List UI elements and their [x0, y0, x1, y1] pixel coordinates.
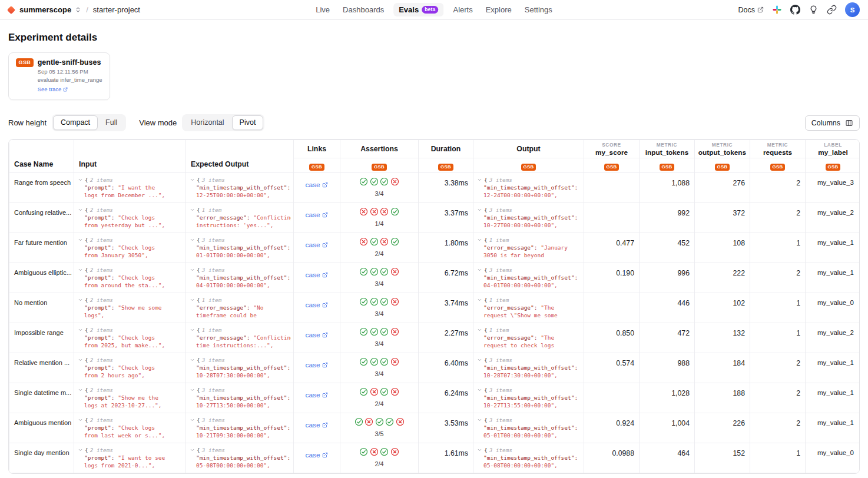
json-brace: {: [197, 356, 200, 364]
row-height-option-full[interactable]: Full: [98, 115, 125, 130]
table-row[interactable]: Single datetime m...{2 items"prompt": "S…: [9, 383, 860, 413]
expand-chevron-icon[interactable]: [78, 327, 83, 333]
column-header-duration[interactable]: Duration: [419, 140, 473, 158]
expand-chevron-icon[interactable]: [78, 237, 83, 243]
case-trace-link[interactable]: case: [306, 451, 329, 459]
column-header-expected-output[interactable]: Expected Output: [186, 140, 294, 173]
expand-chevron-icon[interactable]: [190, 387, 195, 393]
case-link-label: case: [306, 421, 320, 429]
case-trace-link[interactable]: case: [306, 241, 329, 249]
nav-item-label: Live: [316, 5, 330, 14]
column-name-label: input_tokens: [642, 148, 692, 157]
json-preview-header: {1 item: [190, 296, 291, 304]
expand-chevron-icon[interactable]: [78, 207, 83, 213]
expand-chevron-icon[interactable]: [190, 327, 195, 333]
user-avatar[interactable]: S: [845, 2, 860, 17]
case-trace-link[interactable]: case: [306, 211, 329, 219]
expand-chevron-icon[interactable]: [477, 177, 482, 182]
expand-chevron-icon[interactable]: [78, 267, 83, 273]
expand-chevron-icon[interactable]: [477, 417, 482, 423]
org-switcher-icon[interactable]: [75, 6, 81, 13]
column-header-my-score[interactable]: SCOREmy_score: [584, 140, 640, 158]
label-cell: my_value_1: [806, 413, 860, 443]
table-row[interactable]: No mention{2 items"prompt": "Show me som…: [9, 293, 860, 323]
link-icon[interactable]: [827, 5, 837, 15]
view-mode-option-horizontal[interactable]: Horizontal: [183, 115, 231, 130]
expand-chevron-icon[interactable]: [190, 447, 195, 453]
expand-chevron-icon[interactable]: [78, 357, 83, 363]
table-row[interactable]: Range from speech{2 items"prompt": "I wa…: [9, 173, 860, 203]
case-trace-link[interactable]: case: [306, 181, 329, 189]
column-header-case-name[interactable]: Case Name: [9, 140, 74, 173]
expand-chevron-icon[interactable]: [477, 267, 482, 273]
expand-chevron-icon[interactable]: [78, 447, 83, 453]
column-header-output-tokens[interactable]: METRICoutput_tokens: [695, 140, 750, 158]
expand-chevron-icon[interactable]: [190, 297, 195, 303]
column-header-input-tokens[interactable]: METRICinput_tokens: [640, 140, 695, 158]
nav-item-live[interactable]: Live: [312, 3, 333, 16]
expand-chevron-icon[interactable]: [477, 447, 482, 453]
columns-button[interactable]: Columns: [805, 115, 860, 131]
expand-chevron-icon[interactable]: [477, 387, 482, 393]
nav-item-alerts[interactable]: Alerts: [449, 3, 476, 16]
slack-icon[interactable]: [772, 5, 782, 15]
case-trace-link[interactable]: case: [306, 391, 329, 399]
expand-chevron-icon[interactable]: [477, 297, 482, 303]
case-trace-link[interactable]: case: [306, 301, 329, 309]
json-items-count: 3 items: [489, 387, 512, 393]
experiment-column-badge: GSB: [438, 164, 453, 171]
column-header-assertions[interactable]: Assertions: [340, 140, 419, 158]
json-items-count: 3 items: [202, 357, 225, 363]
view-mode-option-pivot[interactable]: Pivot: [232, 115, 264, 130]
expand-chevron-icon[interactable]: [78, 297, 83, 303]
column-header-requests[interactable]: METRICrequests: [750, 140, 806, 158]
expand-chevron-icon[interactable]: [190, 177, 195, 182]
case-trace-link[interactable]: case: [306, 421, 329, 429]
expand-chevron-icon[interactable]: [190, 267, 195, 273]
table-row[interactable]: Relative mention ...{2 items"prompt": "C…: [9, 353, 860, 383]
expand-chevron-icon[interactable]: [190, 237, 195, 243]
nav-item-evals[interactable]: Evalsbeta: [393, 3, 443, 16]
expand-chevron-icon[interactable]: [477, 207, 482, 213]
nav-item-explore[interactable]: Explore: [482, 3, 515, 16]
project-name[interactable]: starter-project: [93, 5, 140, 14]
nav-item-settings[interactable]: Settings: [521, 3, 556, 16]
case-trace-link[interactable]: case: [306, 271, 329, 279]
table-row[interactable]: Single day mention{2 items"prompt": "I w…: [9, 443, 860, 473]
experiment-column-badge: GSB: [770, 164, 786, 171]
table-row[interactable]: Ambiguous elliptic...{2 items"prompt": "…: [9, 263, 860, 293]
expand-chevron-icon[interactable]: [190, 357, 195, 363]
expand-chevron-icon[interactable]: [78, 387, 83, 393]
column-header-my-label[interactable]: LABELmy_label: [806, 140, 860, 158]
experiment-badge-cell: GSB: [584, 158, 640, 173]
see-trace-link[interactable]: See trace: [38, 86, 68, 92]
column-header-links[interactable]: Links: [294, 140, 340, 158]
experiment-badge: GSB: [16, 58, 34, 67]
org-name[interactable]: summerscope: [19, 5, 71, 14]
docs-link[interactable]: Docs: [738, 6, 764, 14]
expand-chevron-icon[interactable]: [78, 417, 83, 423]
experiment-card[interactable]: GSB gentle-sniff-buses Sep 05 12:11:56 P…: [8, 52, 110, 100]
expand-chevron-icon[interactable]: [477, 327, 482, 333]
lightbulb-icon[interactable]: [809, 5, 819, 15]
row-height-label: Row height: [8, 118, 47, 127]
assertions-cell: 1/4: [340, 203, 419, 233]
requests-cell: 1: [750, 323, 806, 353]
case-trace-link[interactable]: case: [306, 361, 329, 369]
row-height-option-compact[interactable]: Compact: [53, 115, 98, 130]
table-row[interactable]: Far future mention{2 items"prompt": "Che…: [9, 233, 860, 263]
experiment-column-badge: GSB: [521, 164, 536, 171]
github-icon[interactable]: [790, 5, 800, 15]
expand-chevron-icon[interactable]: [78, 177, 83, 182]
expand-chevron-icon[interactable]: [190, 207, 195, 213]
column-header-input[interactable]: Input: [74, 140, 186, 173]
table-row[interactable]: Impossible range{2 items"prompt": "Check…: [9, 323, 860, 353]
case-trace-link[interactable]: case: [306, 331, 329, 339]
expand-chevron-icon[interactable]: [190, 417, 195, 423]
expand-chevron-icon[interactable]: [477, 357, 482, 363]
nav-item-dashboards[interactable]: Dashboards: [339, 3, 387, 16]
column-header-output[interactable]: Output: [473, 140, 584, 158]
expand-chevron-icon[interactable]: [477, 237, 482, 243]
table-row[interactable]: Confusing relative...{2 items"prompt": "…: [9, 203, 860, 233]
table-row[interactable]: Ambiguous mention{2 items"prompt": "Chec…: [9, 413, 860, 443]
